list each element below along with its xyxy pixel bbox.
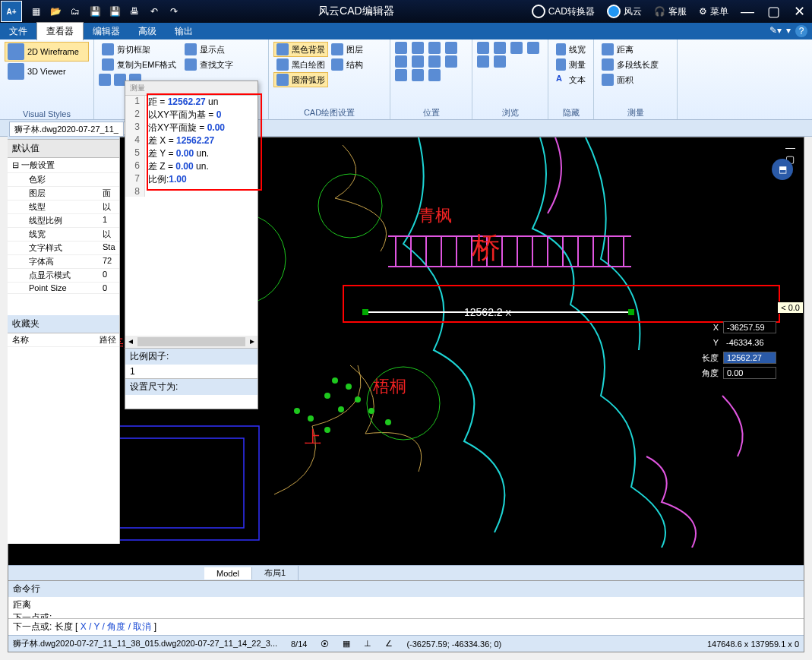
- pos-icon-6[interactable]: [412, 55, 424, 68]
- open-icon[interactable]: 📂: [47, 3, 64, 20]
- opt-angle[interactable]: 角度: [107, 621, 125, 632]
- distance-button[interactable]: 距离: [599, 42, 672, 57]
- coord-x-field[interactable]: -36257.59: [723, 321, 776, 333]
- emf-icon[interactable]: [99, 74, 111, 86]
- saveas-icon[interactable]: 💾: [106, 3, 123, 20]
- pos-icon-8[interactable]: [445, 55, 457, 68]
- nav-up-icon[interactable]: [510, 42, 523, 54]
- undo-icon[interactable]: ↶: [146, 3, 163, 20]
- find-text-button[interactable]: 查找文字: [182, 57, 264, 72]
- smooth-arc-button[interactable]: 圆滑弧形: [273, 72, 328, 87]
- nav-5-icon[interactable]: [477, 55, 489, 68]
- pos-icon-7[interactable]: [428, 55, 441, 68]
- layer-button[interactable]: 图层: [328, 42, 366, 57]
- tab-model[interactable]: Model: [204, 567, 252, 579]
- measure-button[interactable]: 测量: [553, 57, 589, 72]
- doc-tab-1[interactable]: 狮子林.dwg2020-07-27_11_: [9, 122, 124, 137]
- nav-6-icon[interactable]: [494, 55, 506, 68]
- h-scrollbar[interactable]: ◂▸: [125, 336, 258, 348]
- pos-icon-5[interactable]: [395, 55, 407, 68]
- property-row[interactable]: 线型以: [8, 201, 119, 214]
- help-icon[interactable]: ?: [795, 25, 807, 37]
- property-row[interactable]: 点显示模式0: [8, 269, 119, 283]
- pos-icon-3[interactable]: [428, 42, 441, 54]
- opt-cancel[interactable]: 取消: [133, 621, 151, 632]
- pos-icon-4[interactable]: [445, 42, 457, 54]
- property-row[interactable]: 图层面: [8, 187, 119, 201]
- pos-icon-11[interactable]: [428, 69, 441, 81]
- status-toggle-1[interactable]: ⦿: [321, 639, 329, 649]
- status-toggle-4[interactable]: ∠: [385, 639, 393, 649]
- tab-advanced[interactable]: 高级: [129, 23, 166, 40]
- print-icon[interactable]: 🖶: [126, 3, 143, 20]
- svg-point-40: [346, 384, 352, 390]
- model-layout-tabs: Model 布局1: [8, 565, 804, 580]
- property-row[interactable]: Point Size0: [8, 283, 119, 294]
- nav-down-icon[interactable]: [527, 42, 539, 54]
- brand-button[interactable]: 风云: [601, 5, 648, 18]
- show-point-button[interactable]: 显示点: [182, 42, 264, 57]
- dropdown-icon[interactable]: ▾: [786, 25, 791, 37]
- property-row[interactable]: 文字样式Sta: [8, 242, 119, 255]
- nav-right-icon[interactable]: [494, 42, 506, 54]
- tab-layout1[interactable]: 布局1: [252, 566, 299, 580]
- folder-icon[interactable]: 🗂: [67, 3, 84, 20]
- label-wutong: 梧桐: [372, 377, 406, 396]
- support-button[interactable]: 🎧客服: [648, 5, 693, 18]
- lineweight-button[interactable]: 线宽: [553, 42, 589, 57]
- general-section[interactable]: ⊟ 一般设置: [8, 158, 119, 173]
- bw-draw-button[interactable]: 黑白绘图: [273, 57, 328, 72]
- set-size-input[interactable]: [125, 395, 258, 409]
- pos-icon-1[interactable]: [395, 42, 407, 54]
- copy-emf-button[interactable]: 复制为EMF格式: [99, 57, 182, 72]
- pos-icon-10[interactable]: [412, 69, 424, 81]
- label-qingfeng: 青枫: [419, 206, 452, 225]
- angle-field[interactable]: 0.00: [723, 367, 776, 379]
- minimize-button[interactable]: —: [735, 0, 760, 23]
- black-bg-button[interactable]: 黑色背景: [273, 42, 328, 57]
- command-input[interactable]: 下一点或: 长度 [ X / Y / 角度 / 取消 ]: [8, 618, 804, 635]
- status-toggle-3[interactable]: ⊥: [364, 639, 371, 649]
- property-row[interactable]: 字体高72: [8, 255, 119, 269]
- area-button[interactable]: 面积: [599, 72, 672, 87]
- 2d-wireframe-button[interactable]: 2D Wireframe: [5, 42, 89, 62]
- status-toggle-2[interactable]: ▦: [343, 639, 350, 649]
- app-logo: A+: [1, 1, 22, 22]
- struct-button[interactable]: 结构: [328, 57, 366, 72]
- clip-frame-button[interactable]: 剪切框架: [99, 42, 182, 57]
- property-row[interactable]: 色彩: [8, 173, 119, 187]
- visual-styles-label: Visual Styles: [5, 108, 89, 118]
- maximize-button[interactable]: ▢: [760, 0, 786, 23]
- polyline-length-button[interactable]: 多段线长度: [599, 57, 672, 72]
- property-row[interactable]: 线宽以: [8, 228, 119, 242]
- length-field[interactable]: 12562.27: [723, 352, 776, 364]
- opt-x[interactable]: X: [81, 621, 87, 632]
- tab-file[interactable]: 文件: [0, 23, 36, 40]
- 3d-viewer-button[interactable]: 3D Viewer: [5, 62, 89, 81]
- menu-button[interactable]: ⚙菜单: [693, 5, 735, 18]
- svg-point-43: [338, 406, 344, 412]
- measure-panel[interactable]: 测量 1距 = 12562.27 un2以XY平面为基 = 03沿XY平面旋 =…: [125, 81, 258, 409]
- tab-output[interactable]: 输出: [166, 23, 202, 40]
- properties-panel: 属性 默认值 ⊟ 一般设置 色彩图层面线型以线型比例1线宽以文字样式Sta字体高…: [8, 122, 120, 544]
- app-title: 风云CAD编辑器: [187, 5, 526, 18]
- viewcube-icon[interactable]: ⬒: [772, 159, 793, 180]
- new-icon[interactable]: ▦: [27, 3, 44, 20]
- pos-icon-2[interactable]: [412, 42, 424, 54]
- tab-editor[interactable]: 编辑器: [84, 23, 129, 40]
- text-button[interactable]: A文本: [553, 72, 589, 87]
- title-bar: A+ ▦ 📂 🗂 💾 💾 🖶 ↶ ↷ 风云CAD编辑器 CAD转换器 风云 🎧客…: [0, 0, 812, 23]
- tab-viewer[interactable]: 查看器: [36, 22, 84, 40]
- favorites-header: 收藏夹: [8, 315, 119, 333]
- scale-factor-input[interactable]: 1: [125, 365, 258, 378]
- svg-point-42: [355, 396, 361, 403]
- nav-left-icon[interactable]: [477, 42, 489, 54]
- property-row[interactable]: 线型比例1: [8, 214, 119, 228]
- status-page: 8/14: [291, 639, 307, 649]
- edit-icon[interactable]: ✎▾: [769, 25, 782, 37]
- cad-converter-button[interactable]: CAD转换器: [526, 5, 601, 18]
- close-button[interactable]: ✕: [786, 0, 812, 23]
- save-icon[interactable]: 💾: [87, 3, 103, 20]
- pos-icon-9[interactable]: [395, 69, 407, 81]
- redo-icon[interactable]: ↷: [166, 3, 182, 20]
